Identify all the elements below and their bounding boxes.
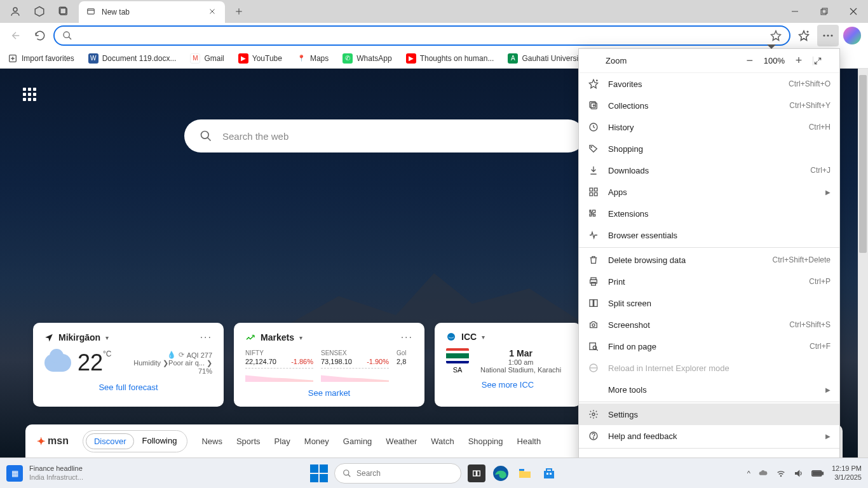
svg-rect-61	[822, 472, 824, 474]
taskbar-widget[interactable]: ▦ Finance headline India Infrastruct...	[6, 464, 83, 481]
taskbar-search[interactable]: Search	[334, 463, 461, 484]
temperature: 22	[78, 349, 103, 376]
feed-toggle[interactable]: Discover Following	[83, 430, 188, 452]
nav-item[interactable]: Health	[517, 437, 541, 446]
chevron-down-icon[interactable]: ▾	[105, 334, 109, 341]
tray-chevron-icon[interactable]: ^	[747, 470, 750, 477]
minimize-button[interactable]	[780, 0, 810, 23]
temp-unit: °C	[103, 349, 111, 358]
fullscreen-button[interactable]	[813, 57, 831, 65]
taskbar-clock[interactable]: 12:19 PM 3/1/2025	[832, 464, 862, 481]
tab-actions-icon[interactable]	[57, 5, 70, 18]
bookmark-label: Document 119.docx...	[102, 54, 177, 63]
favorite-star-icon[interactable]	[770, 30, 782, 41]
nav-item[interactable]: News	[201, 437, 222, 446]
workspaces-icon[interactable]	[33, 5, 46, 18]
copilot-button[interactable]	[841, 25, 863, 46]
collapse-arrow-icon[interactable]	[767, 44, 776, 49]
menu-history[interactable]: HistoryCtrl+H	[579, 116, 839, 138]
menu-shortcut: Ctrl+F	[810, 342, 831, 351]
menu-label: Extensions	[608, 209, 831, 219]
bookmark-item[interactable]: 📍Maps	[296, 53, 329, 64]
card-menu-icon[interactable]: ···	[401, 332, 413, 343]
menu-delete-browsing-data[interactable]: Delete browsing dataCtrl+Shift+Delete	[579, 249, 839, 271]
menu-label: History	[608, 123, 800, 132]
nav-item[interactable]: Gaming	[343, 437, 372, 446]
scrollbar-thumb[interactable]	[859, 75, 867, 253]
menu-help-and-feedback[interactable]: Help and feedback▶	[579, 425, 839, 447]
maximize-button[interactable]	[810, 0, 839, 23]
bookmark-item[interactable]: WDocument 119.docx...	[88, 53, 177, 64]
chevron-down-icon[interactable]: ▾	[482, 334, 485, 341]
wifi-icon[interactable]	[776, 468, 786, 478]
zoom-out-button[interactable]: −	[741, 54, 759, 67]
menu-downloads[interactable]: DownloadsCtrl+J	[579, 159, 839, 181]
menu-label: More tools	[608, 385, 817, 395]
newtab-icon	[86, 7, 97, 17]
import-favorites[interactable]: Import favorites	[8, 53, 74, 64]
icc-card[interactable]: ICC ▾ SA 1 Mar 1:00 am National Stadium,…	[435, 323, 581, 407]
discover-tab[interactable]: Discover	[86, 433, 135, 449]
nav-item[interactable]: Watch	[431, 437, 454, 446]
menu-settings[interactable]: Settings	[579, 403, 839, 425]
favorites-button[interactable]	[793, 25, 815, 46]
icc-link[interactable]: See more ICC	[446, 380, 569, 390]
menu-more-tools[interactable]: More tools▶	[579, 379, 839, 400]
menu-apps[interactable]: Apps▶	[579, 181, 839, 203]
menu-shopping[interactable]: Shopping	[579, 138, 839, 159]
nav-item[interactable]: Sports	[236, 437, 261, 446]
forecast-link[interactable]: See full forecast	[44, 383, 212, 392]
menu-favorites[interactable]: FavoritesCtrl+Shift+O	[579, 73, 839, 95]
task-view-icon[interactable]	[468, 464, 485, 482]
volume-icon[interactable]	[794, 468, 804, 478]
market-item[interactable]: Gol 2,8	[397, 349, 413, 382]
pulse-icon	[588, 229, 599, 241]
market-link[interactable]: See market	[245, 388, 413, 398]
close-window-button[interactable]	[839, 0, 868, 23]
following-tab[interactable]: Following	[134, 433, 184, 449]
back-button[interactable]	[5, 25, 27, 46]
nav-item[interactable]: Weather	[386, 437, 417, 446]
zoom-in-button[interactable]: +	[790, 54, 808, 67]
onedrive-icon[interactable]	[758, 468, 768, 478]
bookmark-item[interactable]: ✆WhatsApp	[342, 53, 391, 64]
menu-find-on-page[interactable]: Find on pageCtrl+F	[579, 336, 839, 357]
app-launcher-icon[interactable]	[19, 84, 39, 104]
menu-screenshot[interactable]: ScreenshotCtrl+Shift+S	[579, 314, 839, 336]
address-input[interactable]	[78, 30, 765, 41]
close-icon[interactable]	[208, 8, 217, 17]
battery-icon[interactable]	[811, 470, 824, 477]
weather-card[interactable]: Mikirgāon ▾ ··· 22°C 💧 ⟳ AQI 277 Humidit…	[33, 323, 224, 407]
bookmark-item[interactable]: ▶YouTube	[238, 53, 282, 64]
nav-item[interactable]: Money	[304, 437, 329, 446]
web-search-box[interactable]: Search the web	[184, 119, 585, 152]
market-item[interactable]: NIFTY 22,124.70-1.86%	[245, 349, 313, 382]
bookmark-item[interactable]: MGmail	[190, 53, 224, 64]
new-tab-button[interactable]	[230, 3, 248, 20]
market-value: 73,198.10	[321, 358, 352, 365]
chevron-down-icon[interactable]: ▾	[299, 334, 302, 341]
explorer-icon[interactable]	[516, 464, 534, 482]
browser-tab[interactable]: New tab	[79, 1, 225, 23]
edge-icon[interactable]	[492, 464, 510, 482]
store-icon[interactable]	[540, 464, 558, 482]
menu-collections[interactable]: CollectionsCtrl+Shift+Y	[579, 95, 839, 116]
profile-icon[interactable]	[9, 5, 22, 18]
menu-button[interactable]	[817, 25, 839, 46]
menu-browser-essentials[interactable]: Browser essentials	[579, 224, 839, 246]
nav-item[interactable]: Play	[275, 437, 290, 446]
scrollbar[interactable]	[858, 69, 868, 458]
msn-logo[interactable]: ✦msn	[37, 435, 69, 447]
menu-extensions[interactable]: Extensions	[579, 203, 839, 224]
bookmark-item[interactable]: ▶Thoughts on human...	[406, 53, 494, 64]
address-bar[interactable]	[53, 25, 790, 46]
nav-item[interactable]: Shopping	[468, 437, 503, 446]
refresh-button[interactable]	[29, 25, 51, 46]
market-item[interactable]: SENSEX 73,198.10-1.90%	[321, 349, 389, 382]
clock-date: 3/1/2025	[832, 473, 862, 482]
menu-print[interactable]: PrintCtrl+P	[579, 271, 839, 292]
start-button[interactable]	[310, 464, 328, 482]
markets-card[interactable]: Markets ▾ ··· NIFTY 22,124.70-1.86% SENS…	[234, 323, 424, 407]
card-menu-icon[interactable]: ···	[200, 332, 212, 343]
menu-split-screen[interactable]: Split screen	[579, 292, 839, 314]
